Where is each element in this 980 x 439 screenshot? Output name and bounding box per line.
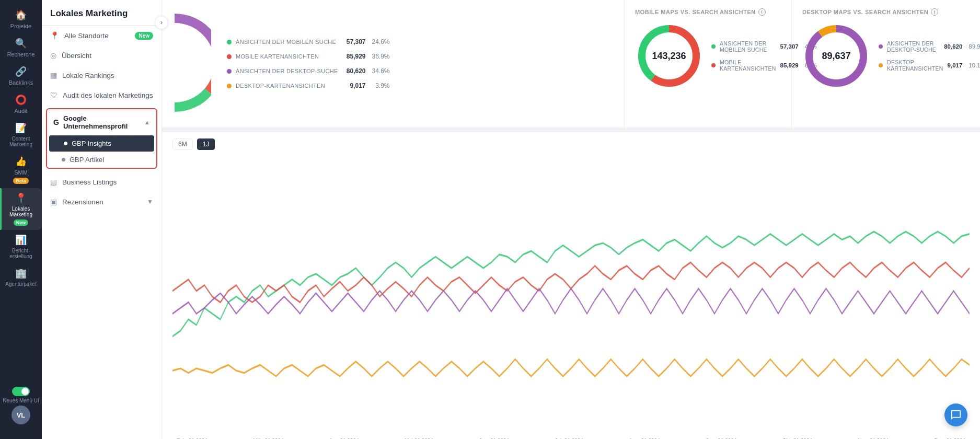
desktop-donut-value: 89,637 (822, 51, 850, 62)
toggle-knob (21, 388, 29, 395)
desktop-legend-0: ANSICHTEN DER DESKTOP-SUCHE 80,620 89.9% (879, 40, 980, 53)
chart-area: Feb. 01,2024 Mär. 01,2024 Apr. 01,2024 M… (172, 154, 970, 439)
listings-icon: ▤ (50, 178, 57, 186)
sidebar-collapse-button[interactable]: › (155, 16, 168, 29)
left-sidebar: 🏠 Projekte 🔍 Recherche 🔗 Backlinks ⭕ Aud… (0, 0, 42, 439)
nav-audit-lokalen[interactable]: 🛡 Audit des lokalen Marketings (42, 85, 162, 105)
mobile-donut-section: MOBILE MAPS VS. SEARCH ANSICHTEN i 143,2… (625, 0, 792, 128)
main-content: ANSICHTEN DER MOBILEN SUCHE 57,307 24.6%… (162, 0, 980, 439)
mobile-donut-row: 143,236 ANSICHTEN DER MOBILEN SUCHE 57,3… (635, 22, 781, 90)
toggle-switch[interactable] (12, 387, 30, 396)
desktop-legend-dot-0 (879, 44, 883, 49)
sidebar-item-projekte[interactable]: 🏠 Projekte (0, 5, 42, 33)
desktop-suche-dot (227, 69, 232, 74)
google-section-header[interactable]: G Google Unternehmensprofil ▲ (47, 109, 156, 135)
sidebar-item-content-marketing[interactable]: 📝 Content Marketing (0, 118, 42, 152)
mobile-donut-info[interactable]: i (758, 8, 766, 16)
left-pie-chart (175, 10, 211, 115)
legend-list: ANSICHTEN DER MOBILEN SUCHE 57,307 24.6%… (227, 38, 390, 89)
mobile-donut-chart: 143,236 (635, 22, 703, 90)
location-icon: 📍 (50, 31, 59, 40)
google-icon: G (53, 118, 59, 126)
secondary-sidebar: Lokales Marketing › 📍 Alle Standorte New… (42, 0, 162, 439)
desktop-legend-dot-1 (879, 63, 883, 67)
timeline-controls: 6M 1J (172, 138, 970, 150)
desktop-donut-title: DESKTOP MAPS VS. SEARCH ANSICHTEN i (802, 8, 970, 16)
mobile-legend-dot-1 (711, 63, 716, 67)
google-section-chevron: ▲ (144, 119, 150, 125)
mobile-legend-dot-0 (711, 44, 716, 49)
timeline-btn-6m[interactable]: 6M (172, 138, 193, 150)
alle-standorte-badge: New (135, 32, 153, 40)
nav-rezensionen[interactable]: ▣ Rezensionen ▼ (42, 192, 162, 212)
desktop-donut-section: DESKTOP MAPS VS. SEARCH ANSICHTEN i 89,6… (792, 0, 980, 128)
smm-icon: 👍 (15, 156, 27, 167)
sidebar-item-lokales-marketing[interactable]: 📍 Lokales Marketing New (0, 188, 42, 230)
nav-gbp-insights[interactable]: GBP Insights (49, 135, 154, 152)
desktop-donut-info[interactable]: i (931, 8, 938, 16)
reviews-icon: ▣ (50, 198, 57, 206)
new-menu-toggle[interactable]: Neues Menü UI (3, 387, 39, 403)
shield-icon: 🛡 (50, 91, 57, 99)
stats-area: ANSICHTEN DER MOBILEN SUCHE 57,307 24.6%… (162, 0, 980, 128)
desktop-donut-row: 89,637 ANSICHTEN DER DESKTOP-SUCHE 80,62… (802, 22, 970, 90)
mobile-donut-title: MOBILE MAPS VS. SEARCH ANSICHTEN i (635, 8, 781, 16)
desktop-legend-1: DESKTOP-KARTENANSICHTEN 9,017 10.1% (879, 59, 980, 72)
sidebar-item-agenturpaket[interactable]: 🏢 Agenturpaket (0, 263, 42, 291)
rankings-icon: ▦ (50, 71, 57, 79)
smm-beta-badge: Beta (13, 178, 29, 184)
rezensionen-chevron: ▼ (147, 198, 153, 205)
nav-alle-standorte[interactable]: 📍 Alle Standorte New (42, 26, 162, 45)
secondary-sidebar-title: Lokales Marketing (42, 0, 162, 26)
sidebar-item-smm[interactable]: 👍 SMM Beta (0, 152, 42, 188)
gbp-artikel-dot (62, 158, 65, 161)
sidebar-item-audit[interactable]: ⭕ Audit (0, 90, 42, 118)
home-icon: 🏠 (15, 9, 27, 21)
sidebar-item-backlinks[interactable]: 🔗 Backlinks (0, 62, 42, 90)
mobile-suche-dot (227, 40, 232, 44)
overview-icon: ◎ (50, 51, 56, 60)
timeline-btn-1j[interactable]: 1J (197, 138, 215, 150)
timeline-chart-svg (172, 154, 970, 439)
sidebar-item-recherche[interactable]: 🔍 Recherche (0, 33, 42, 62)
nav-gbp-artikel[interactable]: GBP Artikel (47, 152, 156, 168)
gbp-insights-dot (64, 142, 67, 145)
report-icon: 📊 (15, 234, 27, 246)
sidebar-item-berichterstattung[interactable]: 📊 Bericht­erstellung (0, 230, 42, 263)
content-icon: 📝 (15, 122, 27, 134)
legend-item-desktop-suche: ANSICHTEN DER DESKTOP-SUCHE 80,620 34.6% (227, 67, 390, 75)
nav-lokale-rankings[interactable]: ▦ Lokale Rankings (42, 65, 162, 85)
search-icon: 🔍 (15, 38, 27, 49)
nav-ubersicht[interactable]: ◎ Übersicht (42, 45, 162, 65)
chat-icon (950, 409, 962, 421)
google-section: G Google Unternehmensprofil ▲ GBP Insigh… (46, 108, 157, 169)
legend-item-desktop-karten: DESKTOP-KARTENANSICHTEN 9,017 3.9% (227, 82, 390, 89)
lokales-marketing-badge: New (14, 220, 29, 226)
desktop-donut-chart: 89,637 (802, 22, 870, 90)
stats-legend-area: ANSICHTEN DER MOBILEN SUCHE 57,307 24.6%… (162, 0, 625, 128)
legend-item-mobile-suche: ANSICHTEN DER MOBILEN SUCHE 57,307 24.6% (227, 38, 390, 45)
user-avatar[interactable]: VL (11, 406, 30, 424)
audit-icon: ⭕ (15, 94, 27, 106)
mobile-karten-dot (227, 54, 232, 59)
timeline-area: 6M 1J Feb. 01,2024 Mär. 01,2024 Apr. 01,… (162, 132, 980, 439)
chat-button[interactable] (944, 403, 967, 426)
agency-icon: 🏢 (15, 268, 27, 279)
lokales-marketing-icon: 📍 (15, 192, 27, 204)
desktop-donut-legend: ANSICHTEN DER DESKTOP-SUCHE 80,620 89.9%… (879, 40, 980, 72)
desktop-karten-dot (227, 84, 232, 88)
google-header-left: G Google Unternehmensprofil (53, 114, 140, 130)
nav-business-listings[interactable]: ▤ Business Listings (42, 172, 162, 192)
legend-item-mobile-karten: MOBILE KARTENANSICHTEN 85,929 36.9% (227, 53, 390, 60)
link-icon: 🔗 (15, 66, 27, 77)
mobile-donut-value: 143,236 (652, 51, 686, 62)
